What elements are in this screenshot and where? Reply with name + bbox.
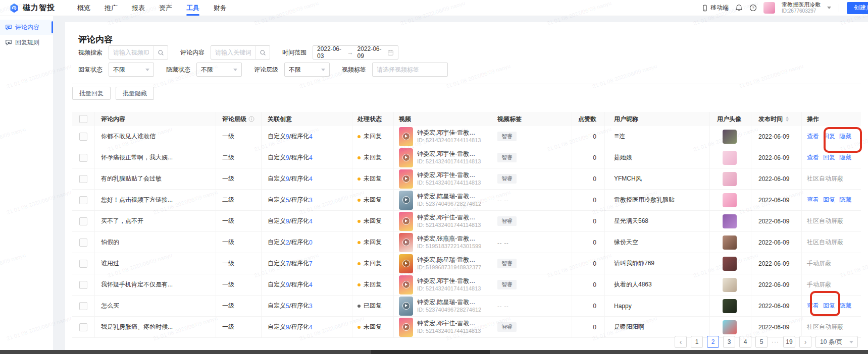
notifications-bell-icon[interactable] [735,4,743,12]
nav-item-overview[interactable]: 概览 [70,0,97,16]
comment-level-select[interactable]: 不限 [284,63,330,77]
video-thumbnail[interactable] [399,127,413,146]
reply-status-select[interactable]: 不限 [109,63,154,77]
nav-item-reports[interactable]: 报表 [125,0,152,16]
hide-status-select[interactable]: 不限 [196,63,242,77]
sidebar-item-reply-rules[interactable]: 回复规则 [0,35,53,50]
page-ellipsis[interactable]: ··· [772,338,779,345]
nav-item-promotion[interactable]: 推广 [97,0,125,16]
page-button[interactable]: 4 [739,336,751,348]
date-range-picker[interactable]: 2022-06-03 → 2022-06-09 [313,45,398,60]
program-creative-count[interactable]: 4 [309,324,313,331]
prev-page-button[interactable]: ‹ [675,336,687,348]
custom-creative-count[interactable]: 2 [286,239,289,246]
related-creative: 自定义9 / 程序化4 [262,147,352,168]
custom-creative-count[interactable]: 9 [286,218,289,225]
row-checkbox[interactable] [79,260,87,268]
row-checkbox[interactable] [79,154,87,162]
bulk-reply-button[interactable]: 批量回复 [72,87,111,100]
video-thumbnail[interactable] [399,297,413,316]
view-link[interactable]: 查看 [807,132,819,141]
like-count: 0 [572,168,605,189]
program-creative-count[interactable]: 4 [309,175,313,183]
video-thumbnail[interactable] [399,148,413,167]
custom-creative-count[interactable]: 9 [286,154,289,161]
reply-link[interactable]: 回复 [823,153,835,162]
reply-link[interactable]: 回复 [823,302,835,310]
hide-link[interactable]: 隐藏 [839,196,851,204]
program-creative-count[interactable]: 4 [309,281,313,288]
hide-link[interactable]: 隐藏 [839,153,851,162]
page-button[interactable]: 1 [691,336,703,348]
program-creative-count[interactable]: 7 [309,260,313,267]
custom-creative-count[interactable]: 7 [286,260,289,267]
search-icon[interactable] [153,46,168,59]
video-thumbnail[interactable] [399,233,413,252]
custom-creative-count[interactable]: 9 [286,324,289,331]
bulk-hide-button[interactable]: 批量隐藏 [116,87,154,100]
hide-link[interactable]: 隐藏 [839,302,851,310]
video-thumbnail[interactable] [399,254,413,273]
hide-link[interactable]: 隐藏 [839,132,851,141]
help-icon[interactable]: ? [749,4,757,12]
view-link[interactable]: 查看 [807,153,819,162]
program-creative-count[interactable]: 4 [309,218,313,225]
comment-keyword-input[interactable] [211,49,255,56]
nav-item-tools[interactable]: 工具 [179,0,207,16]
mobile-icon [701,5,708,12]
custom-creative-count[interactable]: 9 [286,133,289,140]
like-count: 0 [572,274,605,295]
reply-link[interactable]: 回复 [823,196,835,204]
program-creative-count[interactable]: 3 [309,303,313,310]
row-checkbox[interactable] [79,281,87,289]
custom-creative-count[interactable]: 5 [286,303,289,310]
video-thumbnail[interactable] [399,191,413,210]
program-creative-count[interactable]: 4 [309,154,313,161]
row-checkbox[interactable] [79,302,87,310]
video-thumbnail[interactable] [399,275,413,294]
sort-icon[interactable] [786,116,789,122]
mobile-entry[interactable]: 移动端 [701,4,729,12]
view-link[interactable]: 查看 [807,196,819,204]
nav-item-finance[interactable]: 财务 [207,0,234,16]
chevron-down-icon[interactable] [827,7,831,9]
reply-link[interactable]: 回复 [823,132,835,141]
next-page-button[interactable]: › [799,336,811,348]
row-checkbox[interactable] [79,239,87,247]
status-text: 未回复 [364,323,382,331]
program-creative-count[interactable]: 3 [309,197,313,204]
account-avatar[interactable] [763,2,775,14]
account-info[interactable]: 雷教授医用冷敷 ID:2677603297 [782,2,821,14]
row-checkbox[interactable] [79,175,87,183]
video-thumbnail[interactable] [399,318,413,337]
page-size-select[interactable]: 10 条/页 [815,336,858,348]
custom-creative-count[interactable]: 9 [286,175,289,183]
custom-creative-count[interactable]: 5 [286,197,289,204]
search-icon[interactable] [255,46,270,59]
select-all-checkbox[interactable] [79,115,87,123]
video-cell: 钟委宏,邓宇佳-雷教授-220530-1.mp4 ID: 52143240174… [394,274,486,295]
video-thumbnail[interactable] [399,212,413,231]
page-button[interactable]: 3 [723,336,735,348]
row-checkbox[interactable] [79,196,87,204]
program-creative-count[interactable]: 4 [309,133,313,140]
nav-item-assets[interactable]: 资产 [152,0,179,16]
sidebar-item-comment-content[interactable]: 评论内容 [0,20,53,35]
create-ad-button[interactable]: 创建广告 [847,2,868,14]
program-creative-count[interactable]: 0 [309,239,313,246]
user-avatar [723,130,737,144]
row-checkbox[interactable] [79,133,87,141]
view-link[interactable]: 查看 [807,302,819,310]
page-button[interactable]: 2 [707,336,719,348]
video-thumbnail[interactable] [399,169,413,189]
custom-creative-count[interactable]: 9 [286,281,289,288]
row-checkbox[interactable] [79,217,87,225]
row-checkbox[interactable] [79,323,87,331]
video-search-input[interactable] [109,49,153,56]
page-button[interactable]: 5 [755,336,768,348]
comment-level: 一级 [216,274,262,295]
info-icon[interactable] [248,116,254,122]
last-page-button[interactable]: 19 [783,336,795,348]
video-tag: 智睿 [497,216,517,226]
video-tag-input[interactable] [373,66,447,73]
